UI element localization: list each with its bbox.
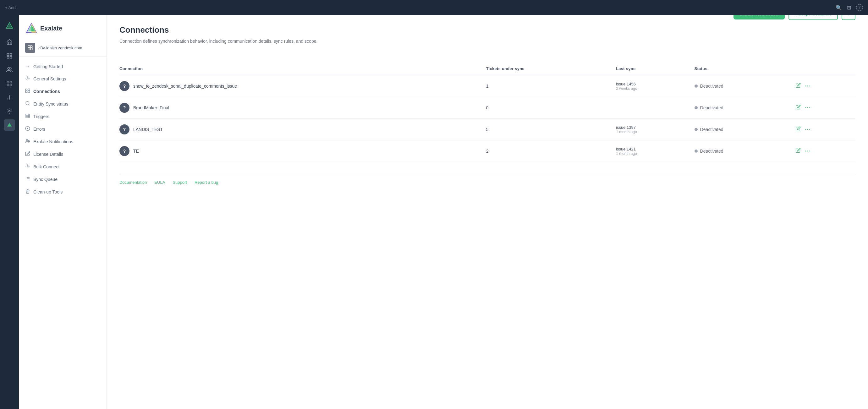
- svg-point-6: [7, 67, 10, 70]
- nav-users-icon[interactable]: [4, 64, 15, 75]
- edit-button[interactable]: [796, 104, 801, 111]
- initiate-connection-button[interactable]: Initiate connection: [734, 15, 785, 20]
- status-cell: Deactivated: [694, 75, 796, 97]
- more-button[interactable]: ···: [805, 105, 810, 111]
- tickets-cell: 2: [486, 140, 616, 162]
- nav-home-icon[interactable]: [4, 36, 15, 48]
- add-button[interactable]: + Add: [5, 5, 16, 10]
- more-button[interactable]: ···: [805, 148, 810, 154]
- general-settings-icon: [25, 76, 30, 82]
- cleanup-icon: [25, 189, 30, 195]
- table-row: ? snow_to_zendesk_sonal_duplicate_commen…: [119, 75, 856, 97]
- status-text: Deactivated: [700, 127, 723, 132]
- sidebar-item-getting-started[interactable]: → Getting Started: [19, 61, 106, 72]
- exalate-notifications-label: Exalate Notifications: [33, 139, 73, 144]
- nav-settings-icon[interactable]: [4, 105, 15, 117]
- account-name: d3v-idalko.zendesk.com: [38, 45, 82, 50]
- help-icon[interactable]: ?: [856, 4, 863, 11]
- edit-button[interactable]: [796, 126, 801, 132]
- errors-icon: [25, 126, 30, 132]
- sidebar-item-clean-up-tools[interactable]: Clean-up Tools: [19, 186, 106, 198]
- page-title: Connections: [119, 25, 734, 35]
- search-icon[interactable]: 🔍: [836, 5, 842, 11]
- sidebar-item-bulk-connect[interactable]: Bulk Connect: [19, 160, 106, 173]
- clean-up-tools-label: Clean-up Tools: [33, 189, 63, 194]
- sidebar-item-connections[interactable]: Connections: [19, 85, 106, 98]
- sidebar-item-entity-sync-status[interactable]: Entity Sync status: [19, 98, 106, 110]
- footer-documentation-link[interactable]: Documentation: [119, 180, 147, 185]
- connection-name: snow_to_zendesk_sonal_duplicate_comments…: [133, 84, 237, 89]
- bulk-connect-label: Bulk Connect: [33, 164, 59, 169]
- edit-button[interactable]: [796, 148, 801, 154]
- entity-sync-icon: [25, 101, 30, 107]
- footer-support-link[interactable]: Support: [173, 180, 187, 185]
- connection-name-cell: ? TE: [119, 140, 486, 162]
- grid-icon[interactable]: ⊞: [847, 5, 851, 11]
- general-settings-label: General Settings: [33, 76, 66, 81]
- tickets-cell: 5: [486, 119, 616, 140]
- main-content: Connections Connection defines synchroni…: [107, 15, 868, 409]
- account-icon: [25, 43, 35, 53]
- status-dot: [694, 150, 698, 153]
- sidebar-item-license-details[interactable]: License Details: [19, 148, 106, 160]
- svg-rect-24: [30, 48, 32, 50]
- edit-button[interactable]: [796, 83, 801, 89]
- last-sync-issue: issue 1456: [616, 82, 689, 86]
- nav-stats-icon[interactable]: [4, 92, 15, 103]
- svg-point-14: [9, 111, 10, 112]
- svg-point-41: [28, 140, 30, 142]
- svg-point-42: [27, 165, 28, 167]
- svg-point-40: [26, 139, 28, 141]
- sidebar-logo: Exalate: [25, 23, 62, 34]
- page-description: Connection defines synchronization behav…: [119, 39, 734, 44]
- sidebar-item-exalate-notifications[interactable]: Exalate Notifications: [19, 135, 106, 148]
- action-cell: ···: [796, 97, 856, 119]
- sidebar-item-sync-queue[interactable]: Sync Queue: [19, 173, 106, 186]
- connection-name-cell: ? snow_to_zendesk_sonal_duplicate_commen…: [119, 75, 486, 97]
- nav-list-icon[interactable]: [4, 50, 15, 62]
- connections-table: Connection Tickets under sync Last sync …: [119, 63, 856, 162]
- svg-rect-3: [10, 54, 12, 56]
- connection-name: BrandMaker_Final: [133, 105, 169, 110]
- sync-queue-icon: [25, 176, 30, 183]
- notifications-icon: [25, 138, 30, 145]
- triggers-icon: [25, 114, 30, 120]
- connection-avatar: ?: [119, 124, 129, 134]
- last-sync-time: 1 month ago: [616, 151, 689, 156]
- footer-eula-link[interactable]: EULA: [154, 180, 165, 185]
- left-nav: [0, 15, 19, 409]
- bulk-connect-icon: [25, 164, 30, 170]
- nav-chart-icon[interactable]: [4, 78, 15, 89]
- refresh-button[interactable]: [842, 15, 856, 20]
- app-logo-icon[interactable]: [4, 20, 15, 31]
- footer-report-bug-link[interactable]: Report a bug: [194, 180, 218, 185]
- sidebar-item-general-settings[interactable]: General Settings: [19, 72, 106, 85]
- sidebar-item-triggers[interactable]: Triggers: [19, 110, 106, 123]
- status-text: Deactivated: [700, 105, 723, 110]
- more-button[interactable]: ···: [805, 83, 810, 89]
- table-body: ? snow_to_zendesk_sonal_duplicate_commen…: [119, 75, 856, 162]
- header-left: Connections Connection defines synchroni…: [119, 25, 734, 53]
- svg-rect-4: [7, 57, 9, 58]
- svg-rect-22: [30, 45, 32, 48]
- action-cell: ···: [796, 119, 856, 140]
- col-status: Status: [694, 63, 796, 75]
- status-text: Deactivated: [700, 149, 723, 154]
- sidebar-item-errors[interactable]: Errors: [19, 123, 106, 135]
- svg-rect-21: [28, 45, 30, 48]
- svg-rect-29: [28, 91, 30, 93]
- nav-exalate-icon[interactable]: [4, 119, 15, 131]
- accept-invitation-button[interactable]: Accept invitation: [788, 15, 838, 20]
- sidebar-header: Exalate: [19, 15, 106, 39]
- errors-label: Errors: [33, 127, 45, 132]
- more-button[interactable]: ···: [805, 127, 810, 132]
- connections-icon: [25, 88, 30, 95]
- table-row: ? TE 2 issue 1421 1 month ago Deactivate…: [119, 140, 856, 162]
- connection-avatar: ?: [119, 103, 129, 113]
- table-header: Connection Tickets under sync Last sync …: [119, 63, 856, 75]
- sidebar-navigation: → Getting Started General Settings: [19, 59, 106, 199]
- connection-name-cell: ? BrandMaker_Final: [119, 97, 486, 119]
- sidebar-account[interactable]: d3v-idalko.zendesk.com: [19, 39, 106, 57]
- connection-name: TE: [133, 149, 139, 154]
- connection-name: LANDIS_TEST: [133, 127, 163, 132]
